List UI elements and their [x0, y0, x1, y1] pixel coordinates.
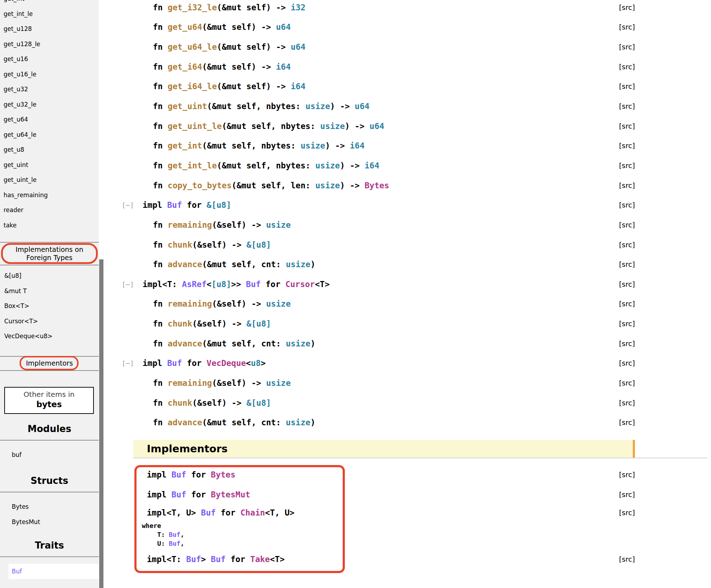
code-link-trait[interactable]: Buf	[211, 555, 226, 564]
sidebar-item-get_uint_le[interactable]: get_uint_le	[0, 172, 99, 188]
src-link[interactable]: [src]	[619, 161, 635, 170]
code-link-prim[interactable]: usize	[286, 339, 310, 348]
code-link-fn[interactable]: get_i32_le	[168, 3, 217, 12]
src-link[interactable]: [src]	[619, 319, 635, 328]
src-link[interactable]: [src]	[619, 300, 635, 308]
code-link-struct[interactable]: VecDeque	[207, 358, 246, 368]
code-link-fn[interactable]: get_i64	[168, 62, 202, 71]
src-link[interactable]: [src]	[619, 359, 635, 367]
src-link[interactable]: [src]	[619, 221, 635, 229]
code-link-trait[interactable]: Buf	[167, 200, 182, 210]
sidebar-scrollbar-thumb[interactable]	[99, 259, 103, 588]
src-link[interactable]: [src]	[619, 141, 635, 150]
sidebar-item-bytesmut[interactable]: BytesMut	[0, 514, 99, 530]
collapse-toggle[interactable]: [−]	[123, 360, 133, 367]
src-link[interactable]: [src]	[619, 490, 635, 499]
src-link[interactable]: [src]	[619, 181, 635, 190]
sidebar-item-get_u64_le[interactable]: get_u64_le	[0, 127, 99, 142]
code-link-trait[interactable]: Buf	[169, 531, 181, 538]
sidebar-item-take[interactable]: take	[0, 218, 99, 233]
sidebar-item-foreign-type[interactable]: &mut T	[0, 284, 99, 299]
sidebar-header-implementors[interactable]: Implementors	[0, 357, 99, 370]
code-link-prim[interactable]: usize	[286, 418, 310, 427]
sidebar-item-get_u8[interactable]: get_u8	[0, 142, 99, 157]
sidebar-item-bytes[interactable]: Bytes	[0, 499, 99, 514]
code-link-fn[interactable]: get_uint	[168, 102, 207, 111]
src-link[interactable]: [src]	[619, 122, 635, 130]
code-link-fn[interactable]: get_u64_le	[168, 42, 217, 52]
code-link-prim[interactable]: usize	[266, 378, 291, 388]
src-link[interactable]: [src]	[619, 43, 635, 51]
sidebar-item-get_u16_le[interactable]: get_u16_le	[0, 67, 99, 82]
sidebar-item-get_uint[interactable]: get_uint	[0, 157, 99, 173]
sidebar-item-foreign-type[interactable]: Cursor<T>	[0, 314, 99, 329]
sidebar-item-get_u32_le[interactable]: get_u32_le	[0, 97, 99, 112]
sidebar-item-foreign-type[interactable]: Box<T>	[0, 298, 99, 314]
src-link[interactable]: [src]	[619, 260, 635, 269]
code-link-trait[interactable]: Buf	[167, 358, 182, 368]
code-link-prim[interactable]: u64	[276, 22, 291, 32]
collapse-toggle[interactable]: [−]	[123, 201, 133, 209]
code-link-fn[interactable]: advance	[168, 260, 202, 269]
code-link-prim[interactable]: i32	[291, 3, 306, 12]
src-link[interactable]: [src]	[619, 379, 635, 387]
sidebar-item-get_int[interactable]: get_int	[0, 0, 99, 6]
code-link-prim[interactable]: u64	[291, 42, 306, 52]
code-link-prim[interactable]: i64	[364, 161, 379, 170]
sidebar-item-has_remaining[interactable]: has_remaining	[0, 188, 99, 203]
code-link-prim[interactable]: usize	[305, 102, 330, 111]
code-link-fn[interactable]: get_int	[168, 141, 202, 150]
code-link-trait[interactable]: AsRef	[182, 280, 207, 289]
sidebar-item-get_u16[interactable]: get_u16	[0, 52, 99, 67]
sidebar-item-foreign-type[interactable]: &[u8]	[0, 268, 99, 284]
sidebar-item-buf[interactable]: Buf	[9, 564, 99, 579]
src-link[interactable]: [src]	[619, 280, 635, 288]
src-link[interactable]: [src]	[619, 339, 635, 348]
code-link-prim[interactable]: u64	[355, 102, 370, 111]
code-link-fn[interactable]: advance	[168, 339, 202, 348]
code-link-trait[interactable]: Buf	[169, 540, 181, 547]
code-link-prim[interactable]: usize	[266, 220, 291, 230]
collapse-toggle[interactable]: [−]	[123, 280, 133, 288]
code-link-fn[interactable]: advance	[168, 418, 202, 427]
code-link-fn[interactable]: get_uint_le	[168, 122, 222, 131]
src-link[interactable]: [src]	[619, 508, 635, 517]
code-link-fn[interactable]: chunk	[168, 398, 192, 408]
code-link-fn[interactable]: remaining	[168, 220, 212, 230]
code-link-prim[interactable]: &[u8]	[246, 319, 271, 328]
code-link-prim[interactable]: [u8]	[212, 280, 231, 289]
src-link[interactable]: [src]	[619, 201, 635, 209]
code-link-prim[interactable]: usize	[300, 141, 325, 150]
code-link-prim[interactable]: u64	[369, 122, 384, 131]
sidebar-item-buf[interactable]: buf	[0, 447, 99, 463]
code-link-prim[interactable]: u8	[251, 358, 261, 368]
code-link-struct[interactable]: Take	[250, 555, 270, 564]
sidebar-item-get_u64[interactable]: get_u64	[0, 112, 99, 127]
code-link-trait[interactable]: Buf	[171, 490, 186, 499]
src-link[interactable]: [src]	[619, 418, 635, 427]
sidebar-header-foreign-types[interactable]: Implementations on Foreign Types	[0, 243, 99, 265]
code-link-trait[interactable]: Buf	[171, 470, 186, 479]
src-link[interactable]: [src]	[619, 470, 635, 479]
code-link-prim[interactable]: usize	[266, 299, 291, 308]
code-link-struct[interactable]: Bytes	[211, 470, 235, 479]
sidebar-item-get_u128_le[interactable]: get_u128_le	[0, 37, 99, 52]
code-link-fn[interactable]: chunk	[168, 240, 192, 249]
code-link-trait[interactable]: Buf	[201, 508, 216, 517]
src-link[interactable]: [src]	[619, 23, 635, 31]
code-link-prim[interactable]: &[u8]	[207, 200, 231, 210]
code-link-prim[interactable]: usize	[315, 161, 340, 170]
sidebar-item-foreign-type[interactable]: VecDeque<u8>	[0, 329, 99, 344]
code-link-prim[interactable]: usize	[315, 181, 340, 190]
src-link[interactable]: [src]	[619, 102, 635, 110]
code-link-fn[interactable]: get_i64_le	[168, 82, 217, 91]
code-link-fn[interactable]: remaining	[168, 378, 212, 388]
code-link-prim[interactable]: i64	[291, 82, 306, 91]
src-link[interactable]: [src]	[619, 399, 635, 407]
other-items-in-crate-link[interactable]: Other items in bytes	[4, 387, 94, 414]
sidebar-item-get_int_le[interactable]: get_int_le	[0, 6, 99, 22]
code-link-prim[interactable]: i64	[276, 62, 291, 71]
sidebar-item-get_u32[interactable]: get_u32	[0, 82, 99, 97]
code-link-trait[interactable]: Buf	[246, 280, 261, 289]
code-link-fn[interactable]: chunk	[168, 319, 192, 328]
